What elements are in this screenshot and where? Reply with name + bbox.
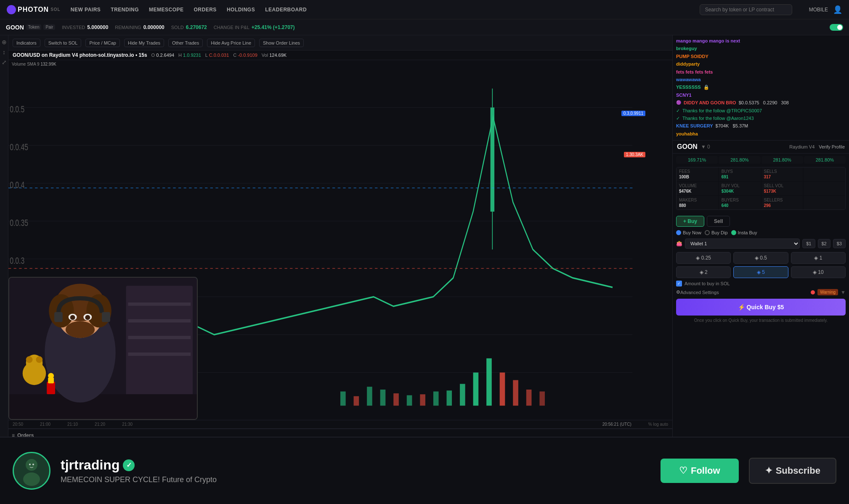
- chart-toolbar: Indicators Switch to SOL Price / MCap Hi…: [8, 35, 672, 50]
- buys-label: BUYS: [722, 169, 758, 174]
- sells-label: SELLS: [764, 169, 801, 174]
- buy-tab[interactable]: + Buy: [676, 216, 704, 227]
- o-value: O 0.2.6494: [151, 53, 174, 58]
- advanced-settings-row: ⚙ Advanced Settings Warning ▼: [676, 289, 846, 295]
- streamer-description: MEMECOIN SUPER CYCLE! Future of Crypto: [61, 475, 217, 484]
- chat-text-9: $0.0.5375 0.2290 308: [739, 100, 789, 106]
- time-bar: 20:50 21:00 21:10 21:20 21:30 20:56:21 (…: [8, 420, 672, 428]
- amount-btn-10[interactable]: ◈ 10: [791, 266, 846, 278]
- svg-rect-66: [54, 312, 63, 322]
- time-status: 20:56:21 (UTC): [602, 422, 631, 427]
- chat-user-7: YESSSSSS: [676, 84, 701, 90]
- svg-rect-35: [491, 108, 494, 212]
- svg-rect-23: [393, 393, 399, 406]
- stream-bar: tjrtrading ✓ MEMECOIN SUPER CYCLE! Futur…: [0, 437, 849, 504]
- trade-panel: + Buy Sell Buy Now Buy Dip Insta Buy: [673, 212, 849, 326]
- svg-point-79: [32, 464, 34, 465]
- follow-button[interactable]: ♡ Follow: [661, 459, 739, 483]
- expand-icon[interactable]: ▼: [841, 289, 846, 295]
- sidebar-icon-3[interactable]: ⤢: [2, 59, 7, 66]
- nav-orders[interactable]: ORDERS: [194, 7, 217, 13]
- trade-tabs: + Buy Sell: [676, 216, 846, 227]
- chat-user-3: PUMP SOIDDY: [676, 53, 708, 60]
- goon-subtitle: ▼ 0: [701, 144, 710, 150]
- volume-label: Volume SMA 9 132.99K: [12, 62, 56, 66]
- svg-rect-29: [473, 373, 479, 406]
- right-panel: mango mango mango is next brokeguy PUMP …: [672, 35, 849, 504]
- hide-avg-btn[interactable]: Hide Avg Price Line: [207, 39, 255, 47]
- price-highlight-red: 1.30.3AK: [624, 152, 645, 157]
- stat-empty3: [804, 196, 845, 210]
- change-item: CHANGE IN P&L +25.41% (+1.2707): [214, 24, 295, 30]
- sidebar-icon-1[interactable]: ⊕: [2, 39, 7, 45]
- svg-point-71: [36, 356, 42, 363]
- buy-now-option[interactable]: Buy Now: [676, 230, 701, 235]
- stats-grid: FEES 100B BUYS 691 SELLS 317 VOLUME $476…: [676, 167, 846, 210]
- star-icon: ✦: [765, 465, 772, 476]
- sell-tab[interactable]: Sell: [707, 216, 730, 227]
- invested-item: INVESTED 5.000000: [62, 24, 108, 30]
- hide-trades-btn[interactable]: Hide My Trades: [124, 39, 164, 47]
- nav-holdings[interactable]: HOLDINGS: [227, 7, 255, 13]
- sold-item: SOLD 6.270672: [171, 24, 207, 30]
- time-scale: % log auto: [648, 422, 668, 427]
- other-trades-btn[interactable]: Other Trades: [168, 39, 203, 47]
- amount-btn-0.25[interactable]: ◈ 0.25: [676, 252, 731, 264]
- buy-now-label: Buy Now: [683, 230, 701, 235]
- nav-memescope[interactable]: MEMESCOPE: [149, 7, 184, 13]
- chart-canvas[interactable]: 0.0.5 0.0.45 0.0.4 0.0.35 0.0.3 0.0.25 0…: [8, 60, 672, 420]
- nav-trending[interactable]: TRENDING: [111, 7, 139, 13]
- chat-user-12: KNEE SURGERY: [676, 123, 713, 129]
- indicators-btn[interactable]: Indicators: [13, 39, 40, 47]
- wallet-row: 👛 Wallet 1 $1 $2 $3: [676, 239, 846, 249]
- insta-buy-option[interactable]: Insta Buy: [731, 230, 757, 235]
- sol-preset-2[interactable]: $2: [818, 239, 830, 248]
- sol-preset-3[interactable]: $3: [833, 239, 846, 248]
- goon-title: GOON: [677, 143, 698, 151]
- goon-actions: Raydium V4 Verify Profile: [789, 144, 845, 149]
- pct-3: 281.80%: [761, 156, 803, 164]
- buy-dip-option[interactable]: Buy Dip: [705, 230, 728, 235]
- amount-btn-0.5[interactable]: ◈ 0.5: [733, 252, 788, 264]
- insta-buy-radio: [731, 230, 736, 235]
- nav-new-pairs[interactable]: NEW PAIRS: [71, 7, 101, 13]
- subscribe-button[interactable]: ✦ Subscribe: [749, 458, 836, 484]
- price-mcap-btn[interactable]: Price / MCap: [85, 39, 120, 47]
- quick-buy-button[interactable]: ⚡ Quick Buy $5: [676, 299, 846, 316]
- buy-dip-label: Buy Dip: [711, 230, 728, 235]
- warning-area: Warning ▼: [811, 289, 846, 295]
- amount-sol-checkbox[interactable]: [676, 281, 682, 286]
- chat-user-8: SCNY1: [676, 92, 692, 98]
- stat-buy-vol: BUY VOL $304K: [719, 182, 761, 195]
- wallet-select[interactable]: Wallet 1: [685, 239, 800, 249]
- time-2: 21:00: [40, 422, 50, 427]
- svg-point-70: [26, 356, 33, 363]
- svg-rect-21: [367, 387, 372, 406]
- advanced-label[interactable]: Advanced Settings: [680, 290, 719, 295]
- show-order-lines-btn[interactable]: Show Order Lines: [259, 39, 304, 47]
- time-1: 20:50: [13, 422, 23, 427]
- nav-leaderboard[interactable]: LEADERBOARD: [265, 7, 307, 13]
- sidebar-icon-2[interactable]: ↕: [3, 49, 5, 56]
- svg-rect-26: [433, 392, 439, 406]
- sol-preset-1[interactable]: $1: [802, 239, 815, 248]
- stat-buys: BUYS 691: [719, 167, 761, 181]
- search-input[interactable]: [700, 4, 792, 15]
- amount-btn-2[interactable]: ◈ 2: [676, 266, 731, 278]
- webcam-overlay: [8, 277, 198, 420]
- svg-rect-52: [128, 319, 191, 323]
- stat-volume: VOLUME $476K: [677, 182, 718, 195]
- chat-follow-2: Thanks for the follow @Aaron1243: [682, 115, 754, 122]
- nav-right: MOBILE 👤: [809, 5, 842, 14]
- mobile-label[interactable]: MOBILE: [809, 7, 828, 13]
- wallet-icon: 👛: [676, 241, 682, 247]
- svg-rect-27: [446, 390, 452, 406]
- user-icon[interactable]: 👤: [833, 5, 842, 14]
- amount-btn-5[interactable]: ◈ 5: [733, 266, 788, 278]
- verify-btn[interactable]: Verify Profile: [819, 144, 845, 149]
- chat-user-1: mango mango mango is next: [676, 38, 740, 44]
- amount-btn-1[interactable]: ◈ 1: [791, 252, 846, 264]
- list-item: mango mango mango is next: [676, 38, 846, 44]
- switch-sol-btn[interactable]: Switch to SOL: [45, 39, 82, 47]
- toggle[interactable]: [830, 24, 843, 31]
